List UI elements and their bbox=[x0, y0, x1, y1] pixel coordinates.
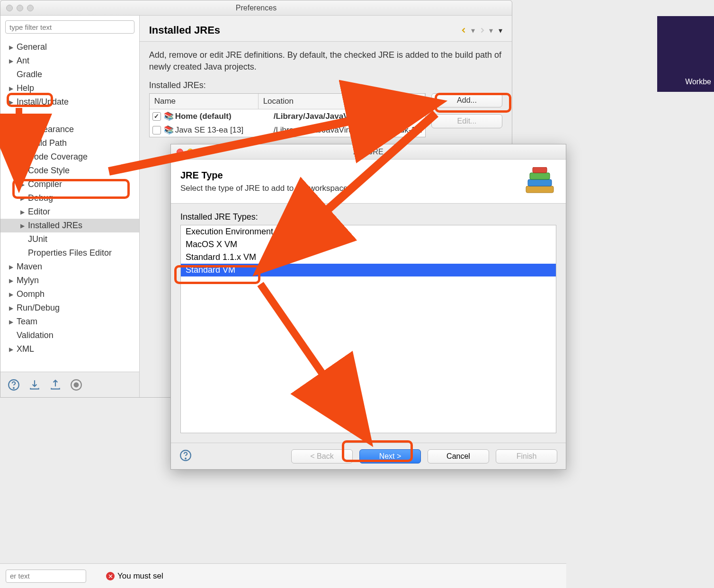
tree-item-team[interactable]: ▶Team bbox=[0, 315, 139, 329]
help-icon[interactable] bbox=[7, 378, 20, 392]
list-item-standard-1-1-x-vm[interactable]: Standard 1.1.x VM bbox=[181, 251, 556, 264]
dialog-subheading: Select the type of JRE to add to the wor… bbox=[180, 184, 523, 193]
svg-point-3 bbox=[74, 382, 79, 387]
preferences-sidebar: ▶General▶Ant▶Gradle▶Help▶Install/Update▼… bbox=[0, 16, 140, 397]
dialog-title: Add JRE bbox=[171, 148, 566, 156]
page-description: Add, remove or edit JRE definitions. By … bbox=[149, 49, 502, 73]
tree-item-general[interactable]: ▶General bbox=[0, 40, 139, 54]
tree-item-validation[interactable]: ▶Validation bbox=[0, 329, 139, 342]
svg-rect-5 bbox=[528, 179, 552, 186]
svg-rect-6 bbox=[530, 173, 550, 179]
bottom-bar: ✕You must sel bbox=[0, 563, 566, 588]
add-button[interactable]: Add... bbox=[431, 93, 502, 107]
tree-item-properties-files-editor[interactable]: ▶Properties Files Editor bbox=[0, 246, 139, 260]
jre-type-list[interactable]: Execution Environment DescriptionMacOS X… bbox=[180, 225, 556, 433]
nav-arrows[interactable]: ▾ ▾ ▾ bbox=[460, 26, 502, 35]
export-icon[interactable] bbox=[49, 378, 62, 392]
tree-item-editor[interactable]: ▶Editor bbox=[0, 205, 139, 219]
tree-item-gradle[interactable]: ▶Gradle bbox=[0, 68, 139, 81]
tree-item-debug[interactable]: ▶Debug bbox=[0, 191, 139, 205]
tree-item-help[interactable]: ▶Help bbox=[0, 81, 139, 95]
list-label: Installed JRE Types: bbox=[180, 212, 556, 222]
svg-point-1 bbox=[13, 387, 14, 388]
jre-table[interactable]: Name Location ✓📚Home (default)/Library/J… bbox=[149, 93, 426, 137]
import-icon[interactable] bbox=[28, 378, 41, 392]
page-title: Installed JREs bbox=[149, 24, 460, 36]
tree-item-install-update[interactable]: ▶Install/Update bbox=[0, 95, 139, 109]
workbench-label: Workbe bbox=[685, 78, 711, 86]
next-button[interactable]: Next > bbox=[359, 449, 421, 463]
error-message: You must sel bbox=[117, 571, 163, 580]
svg-rect-7 bbox=[533, 167, 547, 173]
list-item-macos-x-vm[interactable]: MacOS X VM bbox=[181, 238, 556, 251]
tree-item-ant[interactable]: ▶Ant bbox=[0, 54, 139, 68]
edit-button[interactable]: Edit... bbox=[431, 114, 502, 128]
column-location[interactable]: Location bbox=[259, 94, 425, 109]
list-item-standard-vm[interactable]: Standard VM bbox=[181, 264, 556, 276]
sidebar-footer bbox=[0, 372, 139, 397]
add-jre-dialog: Add JRE JRE Type Select the type of JRE … bbox=[170, 144, 566, 470]
filter-input[interactable] bbox=[5, 20, 134, 34]
bottom-filter-input[interactable] bbox=[6, 570, 86, 583]
dialog-help-icon[interactable] bbox=[179, 449, 192, 463]
cancel-button[interactable]: Cancel bbox=[428, 449, 489, 463]
tree-item-compiler[interactable]: ▶Compiler bbox=[0, 178, 139, 191]
tree-item-junit[interactable]: ▶JUnit bbox=[0, 232, 139, 246]
tree-item-appearance[interactable]: ▶Appearance bbox=[0, 123, 139, 136]
tree-item-build-path[interactable]: ▶Build Path bbox=[0, 136, 139, 150]
tree-item-xml[interactable]: ▶XML bbox=[0, 342, 139, 356]
preferences-tree[interactable]: ▶General▶Ant▶Gradle▶Help▶Install/Update▼… bbox=[0, 38, 139, 372]
dialog-heading: JRE Type bbox=[180, 170, 523, 181]
table-label: Installed JREs: bbox=[149, 80, 502, 90]
column-name[interactable]: Name bbox=[150, 94, 259, 109]
tree-item-code-coverage[interactable]: ▶Code Coverage bbox=[0, 150, 139, 164]
tree-item-mylyn[interactable]: ▶Mylyn bbox=[0, 274, 139, 287]
back-button[interactable]: < Back bbox=[291, 449, 353, 463]
record-icon[interactable] bbox=[70, 378, 83, 392]
table-row[interactable]: ✓📚Home (default)/Library/Java/JavaVirtua… bbox=[150, 109, 425, 123]
tree-item-oomph[interactable]: ▶Oomph bbox=[0, 287, 139, 301]
titlebar: Preferences bbox=[0, 0, 512, 16]
tree-item-java[interactable]: ▼Java bbox=[0, 109, 139, 123]
error-icon: ✕ bbox=[106, 572, 115, 580]
list-item-execution-environment-description[interactable]: Execution Environment Description bbox=[181, 225, 556, 238]
svg-rect-4 bbox=[526, 186, 553, 193]
tree-item-run-debug[interactable]: ▶Run/Debug bbox=[0, 301, 139, 315]
table-row[interactable]: 📚Java SE 13-ea [13]/Library/Java/JavaVir… bbox=[150, 123, 425, 137]
tree-item-installed-jres[interactable]: ▶Installed JREs bbox=[0, 219, 139, 232]
window-title: Preferences bbox=[0, 4, 512, 12]
finish-button[interactable]: Finish bbox=[496, 449, 557, 463]
books-icon bbox=[523, 167, 556, 196]
svg-point-9 bbox=[185, 458, 186, 459]
tree-item-maven[interactable]: ▶Maven bbox=[0, 260, 139, 274]
tree-item-code-style[interactable]: ▶Code Style bbox=[0, 164, 139, 178]
